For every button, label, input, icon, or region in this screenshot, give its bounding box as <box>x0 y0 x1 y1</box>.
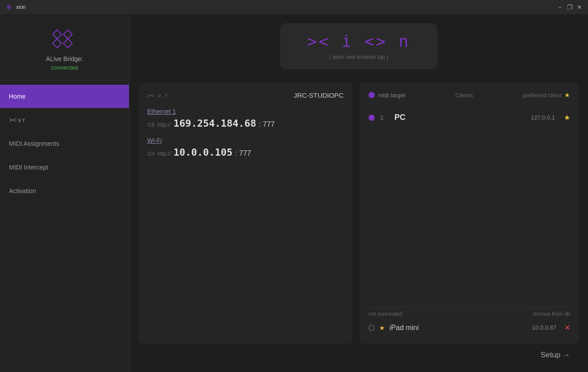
sidebar-brand: ALive Bridge: connected <box>0 14 129 80</box>
network-card: >< v r JRC-STUDIOPC Ethernet 1 /16 http:… <box>138 83 352 343</box>
card-header: >< v r JRC-STUDIOPC <box>147 91 344 99</box>
ethernet-name: Ethernet 1 <box>147 108 344 115</box>
main-layout: ALive Bridge: connected Home >< v r MIDI… <box>0 14 588 372</box>
sidebar-item-home[interactable]: Home <box>0 85 129 108</box>
titlebar-controls: − ❐ ✕ <box>557 4 583 10</box>
sidebar-item-vr[interactable]: >< v r <box>0 108 129 132</box>
cards-row: >< v r JRC-STUDIOPC Ethernet 1 /16 http:… <box>138 83 579 343</box>
ethernet-prefix: /16 <box>147 122 155 128</box>
clients-header: midi target Clients preferred client ★ <box>369 91 570 102</box>
svg-marker-3 <box>63 30 72 39</box>
not-connected-divider <box>369 307 570 307</box>
clients-col-label: Clients <box>455 92 473 99</box>
sidebar-item-midi-intercept[interactable]: MIDI Intercept <box>0 156 129 179</box>
titlebar: xion − ❐ ✕ <box>0 0 588 14</box>
xion-logo-text: >< i <> n <box>307 32 410 50</box>
brand-status: connected <box>51 64 78 71</box>
titlebar-left: xion <box>5 4 26 11</box>
app-icon <box>5 4 12 11</box>
client-preferred-star[interactable]: ★ <box>564 113 570 122</box>
ethernet-detail: /16 http:// 169.254.184.68 : 777 <box>147 118 344 129</box>
wifi-ip: 10.0.0.105 <box>174 147 232 158</box>
not-connected-label: not connected <box>369 311 402 317</box>
client-radio-empty[interactable] <box>369 325 375 331</box>
brand-name: ALive Bridge: <box>46 55 83 62</box>
brand-logo <box>49 28 80 50</box>
ipad-star-icon[interactable]: ★ <box>379 324 385 331</box>
preferred-star-icon: ★ <box>564 91 570 99</box>
svg-marker-4 <box>53 39 62 48</box>
ethernet-port: : 777 <box>259 120 275 128</box>
client-ip-pc: 127.0.0.1 <box>510 114 555 121</box>
ethernet-section: Ethernet 1 /16 http:// 169.254.184.68 : … <box>147 108 344 129</box>
wifi-section: Wi-Fi /24 http:// 10.0.0.105 : 777 <box>147 137 344 158</box>
client-name-ipad: iPad mini <box>389 324 528 332</box>
wifi-port: : 777 <box>235 149 251 157</box>
app-title: xion <box>16 4 26 10</box>
clients-card: midi target Clients preferred client ★ 1… <box>360 83 579 343</box>
sidebar: ALive Bridge: connected Home >< v r MIDI… <box>0 14 129 372</box>
setup-button[interactable]: Setup → <box>541 351 570 360</box>
client-row: 1. PC 127.0.0.1 ★ <box>369 109 570 126</box>
sidebar-nav: Home >< v r MIDI Assignments MIDI Interc… <box>0 80 129 203</box>
content-area: >< i <> n ( open new browser tab ) >< v … <box>129 14 588 372</box>
bottom-bar: Setup → <box>138 343 579 363</box>
remove-ipad-button[interactable]: ✕ <box>564 323 570 332</box>
minimize-button[interactable]: − <box>557 4 563 10</box>
sidebar-item-activation[interactable]: Activation <box>0 179 129 203</box>
maximize-button[interactable]: ❐ <box>567 4 573 10</box>
client-number: 1. <box>380 114 389 121</box>
midi-target-dot <box>369 92 375 98</box>
network-card-label: >< v r <box>147 92 168 99</box>
clients-header-left: midi target <box>369 92 406 99</box>
ethernet-protocol: http:// <box>157 122 171 128</box>
svg-marker-2 <box>53 30 62 39</box>
wifi-detail: /24 http:// 10.0.0.105 : 777 <box>147 147 344 158</box>
not-connected-row: not connected remove from db <box>369 311 570 317</box>
client-ip-ipad: 10.0.0.87 <box>532 324 556 331</box>
remove-from-db-label: remove from db <box>533 311 570 317</box>
content-header: >< i <> n ( open new browser tab ) <box>138 23 579 69</box>
wifi-prefix: /24 <box>147 151 155 157</box>
sidebar-item-midi-assignments[interactable]: MIDI Assignments <box>0 132 129 156</box>
wifi-name: Wi-Fi <box>147 137 344 144</box>
wifi-protocol: http:// <box>157 151 171 157</box>
client-row-ipad: ★ iPad mini 10.0.0.87 ✕ <box>369 321 570 335</box>
ethernet-ip: 169.254.184.68 <box>174 118 256 129</box>
svg-marker-5 <box>63 39 72 48</box>
close-button[interactable]: ✕ <box>576 4 583 10</box>
xion-logo-box[interactable]: >< i <> n ( open new browser tab ) <box>280 23 437 69</box>
client-name-pc: PC <box>394 113 505 122</box>
client-radio-active[interactable] <box>369 115 375 121</box>
xion-logo-sub: ( open new browser tab ) <box>329 54 389 60</box>
preferred-client-label: preferred client ★ <box>523 91 570 99</box>
midi-target-label: midi target <box>378 92 406 99</box>
network-card-title: JRC-STUDIOPC <box>294 91 344 99</box>
